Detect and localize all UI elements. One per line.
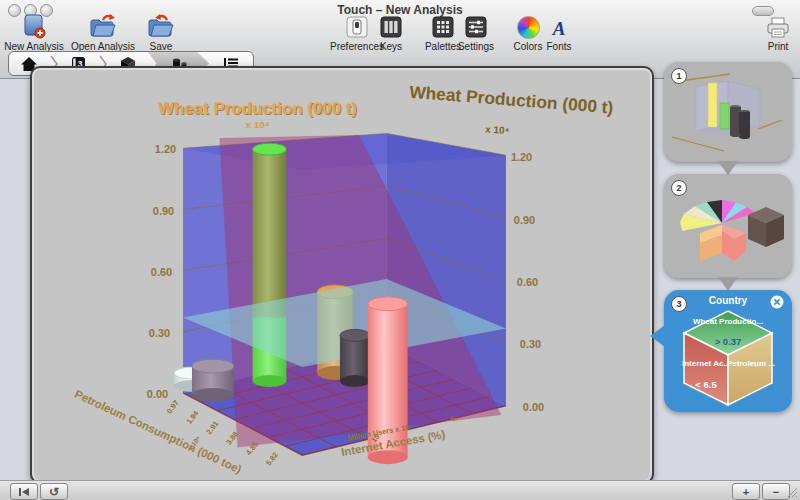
fonts-button[interactable]: A Fonts [543, 14, 575, 52]
settings-button[interactable]: Settings [455, 14, 497, 52]
undo-button[interactable]: ↺ [40, 483, 68, 500]
y-axis-left-ticks: 1.20 0.90 0.60 0.30 0.00 [147, 143, 176, 400]
svg-text:0.90: 0.90 [153, 205, 174, 217]
cube-right-label: Petroleum ... [727, 359, 775, 368]
svg-text:1.20: 1.20 [155, 143, 176, 155]
fonts-a-icon: A [553, 14, 566, 39]
close-icon[interactable] [770, 295, 784, 309]
svg-text:5.82: 5.82 [264, 450, 280, 467]
sidebar-step-2-card[interactable]: 2 [664, 174, 792, 278]
skip-to-start-button[interactable] [10, 483, 38, 500]
settings-sliders-icon [465, 14, 487, 39]
undo-icon: ↺ [49, 487, 59, 497]
chart-3d-canvas[interactable]: 1.20 0.90 0.60 0.30 0.00 1.20 0.90 0.60 … [34, 70, 650, 480]
print-icon [766, 14, 790, 39]
svg-text:0.60: 0.60 [517, 276, 538, 288]
settings-label: Settings [458, 41, 494, 52]
chart-title-left-scale: x 10⁴ [245, 119, 269, 130]
svg-text:0.30: 0.30 [149, 327, 170, 339]
svg-text:1.94: 1.94 [184, 408, 201, 426]
chart-titles: Wheat Production (000 t) x 10⁴ Wheat Pro… [158, 82, 614, 137]
save-button[interactable]: Save [144, 14, 178, 52]
zoom-in-button[interactable]: + [732, 483, 760, 500]
preferences-switch-icon [346, 14, 368, 39]
svg-text:1.20: 1.20 [511, 151, 532, 163]
print-label: Print [768, 41, 789, 52]
step3-pointer-arrow [650, 325, 665, 347]
cylinder-dark [340, 329, 370, 386]
y-axis-right-ticks: 1.20 0.90 0.60 0.30 0.00 [511, 151, 544, 413]
zoom-out-button[interactable]: − [762, 483, 790, 500]
sidebar-step-1-card[interactable]: 1 [664, 62, 792, 162]
open-folder-icon [89, 14, 117, 39]
svg-text:0.97: 0.97 [165, 398, 181, 415]
cube-top-label: Wheat Productio... [693, 317, 763, 326]
resize-grip[interactable] [787, 487, 798, 498]
svg-text:0.00: 0.00 [147, 388, 168, 400]
color-wheel-icon [517, 14, 540, 39]
filter-cube-visualization: Wheat Productio... > 0.37 Internet Ac...… [666, 309, 790, 409]
new-analysis-icon [22, 14, 46, 39]
svg-text:0.00: 0.00 [523, 401, 544, 413]
step-badge: 2 [671, 180, 687, 196]
cube-left-label: Internet Ac... [682, 359, 730, 368]
new-analysis-button[interactable]: New Analysis [3, 14, 65, 52]
keys-button[interactable]: Keys [376, 14, 406, 52]
colors-button[interactable]: Colors [508, 14, 548, 52]
cube-top-value: > 0.37 [715, 336, 742, 347]
save-folder-icon [147, 14, 175, 39]
open-analysis-button[interactable]: Open Analysis [70, 14, 136, 52]
chart-title-right: Wheat Production (000 t) [409, 82, 615, 118]
svg-text:0.30: 0.30 [520, 338, 541, 350]
chart-title-left: Wheat Production (000 t) [158, 99, 357, 118]
step-badge: 3 [671, 296, 687, 312]
svg-text:0.60: 0.60 [151, 266, 172, 278]
chart-panel: 1.20 0.90 0.60 0.30 0.00 1.20 0.90 0.60 … [30, 66, 654, 484]
keys-icon [380, 14, 402, 39]
bottom-bar: ↺ + − [0, 480, 800, 500]
cylinder-purple [192, 359, 234, 402]
preferences-button[interactable]: Preferences [334, 14, 380, 52]
step-connector-arrow [718, 161, 738, 175]
svg-text:2.91: 2.91 [204, 419, 220, 436]
fonts-label: Fonts [546, 41, 571, 52]
step-connector-arrow [718, 277, 738, 291]
print-button[interactable]: Print [760, 14, 796, 52]
chart-title-right-scale: x 10⁴ [485, 123, 510, 136]
sidebar-step-3-card[interactable]: 3 Country Wheat Productio... > 0.37 Inte… [664, 290, 792, 412]
colors-label: Colors [514, 41, 543, 52]
skip-back-icon [16, 486, 32, 498]
step-badge: 1 [671, 68, 687, 84]
svg-text:0.90: 0.90 [514, 214, 535, 226]
cube-left-value: < 6.5 [695, 379, 717, 390]
palettes-icon [432, 14, 454, 39]
keys-label: Keys [380, 41, 402, 52]
